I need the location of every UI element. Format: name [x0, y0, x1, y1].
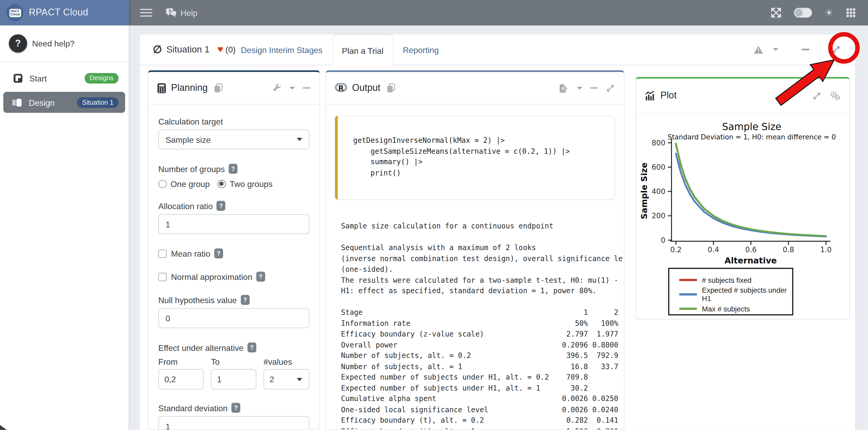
brand-area[interactable]: PACT Cloud RPACT Cloud: [0, 0, 129, 25]
svg-text:800: 800: [652, 139, 665, 147]
minimize-planning-icon[interactable]: [303, 87, 311, 89]
number-of-groups-label: Number of groups ?: [158, 164, 310, 174]
tab-plan-a-trial[interactable]: Plan a Trial: [332, 34, 393, 66]
calculation-target-select[interactable]: Sample size: [158, 130, 310, 149]
wrench-dropdown-caret-icon[interactable]: [289, 87, 295, 90]
standard-deviation-value: 1: [165, 421, 170, 430]
theme-toggle-switch[interactable]: [794, 8, 812, 18]
light-mode-sun-icon[interactable]: ☀: [825, 8, 833, 18]
tab-bar: Design Interim Stages Plan a Trial Repor…: [231, 34, 448, 65]
app-root: PACT Cloud RPACT Cloud ? Help: [0, 0, 868, 430]
svg-text:200: 200: [652, 211, 665, 220]
from-value: 0,2: [164, 375, 176, 384]
chart-subtitle: Standard Deviation = 1, H0: mean differe…: [668, 133, 836, 141]
export-dropdown-caret-icon[interactable]: [577, 87, 582, 90]
two-groups-label: Two groups: [229, 179, 273, 189]
to-value: 1: [217, 375, 222, 384]
r-code-block[interactable]: getDesignInverseNormal(kMax = 2) |> getS…: [335, 115, 615, 200]
sidebar-item-start[interactable]: Start Designs: [3, 70, 125, 87]
minimize-output-icon[interactable]: [590, 87, 598, 89]
help-badge-icon[interactable]: ?: [256, 272, 265, 282]
apps-grid-icon[interactable]: [846, 8, 856, 18]
mean-ratio-checkbox[interactable]: [158, 249, 167, 258]
start-icon: [13, 73, 23, 83]
expand-card-icon[interactable]: [831, 45, 841, 54]
expand-output-icon[interactable]: [606, 83, 615, 93]
from-label: From: [158, 357, 204, 366]
tab-reporting[interactable]: Reporting: [393, 34, 448, 65]
help-badge-icon[interactable]: ?: [228, 164, 238, 174]
select-caret-icon: [297, 377, 302, 381]
legend-swatch-green: [679, 308, 697, 310]
warning-dropdown-caret-icon[interactable]: [773, 48, 778, 51]
mean-ratio-row: Mean ratio ?: [158, 249, 310, 259]
expand-plot-icon[interactable]: [812, 91, 822, 101]
help-menu[interactable]: ? Help: [165, 7, 198, 18]
help-badge-icon[interactable]: ?: [217, 201, 225, 211]
output-title: Output: [352, 82, 380, 94]
two-groups-radio[interactable]: [218, 180, 226, 188]
normal-approximation-checkbox[interactable]: [158, 272, 167, 281]
situation-header-actions: [753, 45, 855, 54]
legend-item: Expected # subjects under H1: [669, 287, 792, 302]
sidebar-item-design[interactable]: Design Situation 1: [3, 92, 125, 113]
from-input[interactable]: 0,2: [158, 369, 204, 390]
help-label: Help: [181, 8, 197, 18]
sidebar-item-label: Start: [29, 73, 47, 83]
chart-legend: # subjects fixed Expected # subjects und…: [668, 268, 793, 316]
allocation-ratio-value: 1: [165, 219, 170, 229]
svg-text:0.2: 0.2: [670, 245, 682, 254]
toggle-knob: [795, 9, 803, 17]
fullscreen-arrows-icon[interactable]: [771, 8, 781, 18]
output-text: Sample size calculation for a continuous…: [341, 221, 624, 430]
legend-label: Max # subjects: [702, 305, 750, 313]
calculation-target-value: Sample size: [165, 135, 211, 144]
standard-deviation-input[interactable]: 1: [158, 416, 310, 430]
mean-ratio-label: Mean ratio ?: [171, 249, 223, 259]
planning-panel: Planning Calculation target Sample size: [148, 70, 320, 430]
copy-icon[interactable]: [214, 83, 223, 93]
plot-panel: Plot: [636, 77, 850, 319]
situation-title: Situation 1: [166, 44, 210, 55]
help-badge-icon[interactable]: ?: [241, 295, 249, 305]
calculator-icon: [157, 83, 166, 93]
one-group-label: One group: [170, 179, 210, 189]
legend-item: # subjects fixed: [669, 273, 792, 287]
favorites-heart-icon[interactable]: ♥: [217, 43, 223, 55]
sidebar-toggle-hamburger-icon[interactable]: [140, 6, 152, 19]
logo-text-1: PACT: [10, 9, 20, 13]
planning-title: Planning: [171, 82, 208, 94]
standard-deviation-label: Standard deviation ?: [158, 403, 310, 413]
planning-panel-header: Planning: [148, 72, 319, 105]
plot-panel-header: Plot: [636, 78, 849, 113]
minimize-card-icon[interactable]: [802, 49, 809, 50]
wrench-icon[interactable]: [273, 83, 282, 93]
null-hypothesis-input[interactable]: 0: [158, 308, 310, 328]
need-help-label: Need help?: [32, 39, 75, 48]
to-input[interactable]: 1: [211, 369, 256, 390]
top-navbar: PACT Cloud RPACT Cloud ? Help: [0, 0, 868, 25]
values-select[interactable]: 2: [264, 369, 310, 390]
normal-approximation-row: Normal approximation ?: [158, 272, 310, 282]
help-badge-icon[interactable]: ?: [247, 342, 256, 353]
sidebar-footer-notch: [0, 425, 6, 430]
copy-icon[interactable]: [386, 83, 396, 93]
effect-range-row: From 0,2 To 1 #values 2: [158, 357, 310, 390]
legend-label: Expected # subjects under H1: [702, 286, 792, 303]
to-label: To: [211, 357, 256, 366]
tab-design-interim-stages[interactable]: Design Interim Stages: [231, 34, 332, 65]
designs-badge: Designs: [84, 73, 118, 83]
allocation-ratio-input[interactable]: 1: [158, 214, 310, 234]
plot-settings-gears-icon[interactable]: [829, 91, 840, 101]
situation-title-group: ∅ Situation 1 ♥ (0): [140, 43, 236, 56]
warning-triangle-icon[interactable]: [753, 45, 763, 54]
export-file-icon[interactable]: [558, 83, 569, 93]
help-badge-icon[interactable]: ?: [214, 249, 223, 259]
help-badge-icon[interactable]: ?: [231, 403, 240, 413]
null-hypothesis-label: Null hypothesis value ?: [158, 295, 310, 305]
normal-approximation-label: Normal approximation ?: [171, 272, 265, 282]
one-group-radio[interactable]: [158, 180, 167, 188]
need-help-item[interactable]: ? Need help?: [0, 25, 128, 61]
output-panel-header: R Output: [326, 72, 624, 105]
x-axis-title: Alternative: [724, 256, 777, 265]
